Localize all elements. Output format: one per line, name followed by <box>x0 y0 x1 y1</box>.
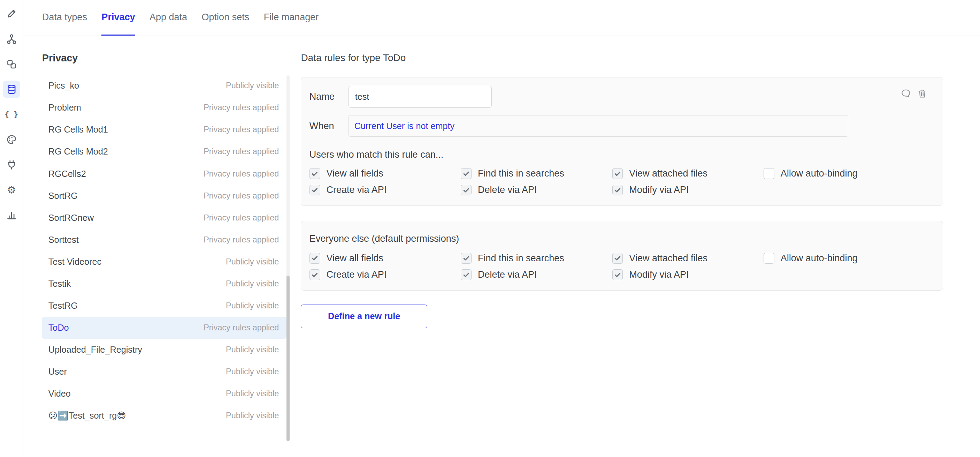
list-item-testrg[interactable]: TestRGPublicly visible <box>42 295 286 317</box>
permission-view-attached-files: View attached files <box>612 253 764 264</box>
checkbox-modify-via-api[interactable] <box>612 269 623 280</box>
list-item-video[interactable]: VideoPublicly visible <box>42 383 286 405</box>
checkbox-delete-via-api[interactable] <box>461 269 471 280</box>
type-name: SortRG <box>48 191 78 201</box>
rule-card: Name When Current User is not empty User… <box>301 77 943 206</box>
define-new-rule-button[interactable]: Define a new rule <box>301 305 427 329</box>
list-item-rg-cells-mod2[interactable]: RG Cells Mod2Privacy rules applied <box>42 141 286 163</box>
permission-find-this-in-searches: Find this in searches <box>461 253 612 264</box>
panel-title: Privacy <box>42 52 290 64</box>
default-permissions-title: Everyone else (default permissions) <box>309 233 934 244</box>
privacy-status: Privacy rules applied <box>204 235 279 244</box>
type-name: Sorttest <box>48 235 79 245</box>
permission-delete-via-api: Delete via API <box>461 269 612 280</box>
privacy-status: Privacy rules applied <box>204 323 279 332</box>
list-item-test-sort-rg[interactable]: 😕➡️Test_sort_rg😎Publicly visible <box>42 405 286 427</box>
components-icon[interactable] <box>3 56 20 73</box>
type-name: Uploaded_File_Registry <box>48 345 142 355</box>
permission-modify-via-api: Modify via API <box>612 269 764 280</box>
rule-permissions-grid: View all fieldsFind this in searchesView… <box>309 168 934 195</box>
privacy-status: Publicly visible <box>226 367 279 376</box>
list-item-rgcells2[interactable]: RGCells2Privacy rules applied <box>42 163 286 185</box>
permission-label: View attached files <box>629 168 708 179</box>
tab-option-sets[interactable]: Option sets <box>202 0 250 35</box>
panel-divider <box>42 72 289 72</box>
type-name: RG Cells Mod2 <box>48 147 108 157</box>
checkbox-delete-via-api[interactable] <box>461 185 471 196</box>
permission-label: Find this in searches <box>478 168 564 179</box>
permission-label: Delete via API <box>478 269 537 280</box>
privacy-status: Privacy rules applied <box>204 191 279 201</box>
tab-file-manager[interactable]: File manager <box>264 0 319 35</box>
type-name: ToDo <box>48 323 69 333</box>
checkbox-view-all-fields[interactable] <box>309 253 320 264</box>
permission-label: Delete via API <box>478 185 537 195</box>
list-item-problem[interactable]: ProblemPrivacy rules applied <box>42 97 286 118</box>
tab-privacy[interactable]: Privacy <box>102 0 135 35</box>
permission-label: Find this in searches <box>478 253 564 264</box>
checkbox-allow-auto-binding[interactable] <box>764 253 775 264</box>
checkbox-view-all-fields[interactable] <box>309 168 320 179</box>
list-item-uploaded-file-registry[interactable]: Uploaded_File_RegistryPublicly visible <box>42 339 286 361</box>
type-name: RGCells2 <box>48 169 86 179</box>
list-item-sortrg[interactable]: SortRGPrivacy rules applied <box>42 185 286 207</box>
permission-label: View all fields <box>326 253 383 264</box>
permission-label: Create via API <box>326 269 387 280</box>
chart-icon[interactable] <box>3 206 20 224</box>
type-list: Pics_koPublicly visibleProblemPrivacy ru… <box>42 75 286 427</box>
when-label: When <box>309 121 348 131</box>
checkbox-create-via-api[interactable] <box>309 185 320 196</box>
default-permissions-grid: View all fieldsFind this in searchesView… <box>309 253 934 280</box>
braces-icon[interactable]: { } <box>3 106 20 123</box>
permission-view-all-fields: View all fields <box>309 168 461 179</box>
checkbox-view-attached-files[interactable] <box>612 168 623 179</box>
trash-icon[interactable] <box>917 88 928 99</box>
permission-label: Allow auto-binding <box>781 253 858 264</box>
privacy-status: Privacy rules applied <box>204 125 279 134</box>
permission-label: Modify via API <box>629 269 689 280</box>
permission-label: View attached files <box>629 253 708 264</box>
rule-card-actions <box>900 88 928 99</box>
privacy-status: Publicly visible <box>226 257 279 267</box>
privacy-panel: Privacy Pics_koPublicly visibleProblemPr… <box>23 36 290 457</box>
plugin-icon[interactable] <box>3 156 20 173</box>
type-name: 😕➡️Test_sort_rg😎 <box>48 411 126 421</box>
privacy-status: Privacy rules applied <box>204 213 279 222</box>
permission-view-all-fields: View all fields <box>309 253 461 264</box>
checkbox-find-this-in-searches[interactable] <box>461 253 471 264</box>
pencil-icon[interactable] <box>3 5 20 22</box>
list-item-pics-ko[interactable]: Pics_koPublicly visible <box>42 75 286 97</box>
checkbox-create-via-api[interactable] <box>309 269 320 280</box>
permission-allow-auto-binding: Allow auto-binding <box>764 253 915 264</box>
comment-icon[interactable] <box>900 88 912 99</box>
checkbox-find-this-in-searches[interactable] <box>461 168 471 179</box>
workflow-icon[interactable] <box>3 30 20 48</box>
palette-icon[interactable] <box>3 131 20 148</box>
tab-app-data[interactable]: App data <box>150 0 187 35</box>
rule-name-input[interactable] <box>348 86 492 108</box>
permission-view-attached-files: View attached files <box>612 168 764 179</box>
scrollbar-thumb[interactable] <box>286 276 290 442</box>
tab-bar: Data typesPrivacyApp dataOption setsFile… <box>23 0 980 36</box>
list-item-test-videorec[interactable]: Test VideorecPublicly visible <box>42 251 286 273</box>
rule-permissions-caption: Users who match this rule can... <box>309 149 934 160</box>
tab-data-types[interactable]: Data types <box>42 0 87 35</box>
checkbox-view-attached-files[interactable] <box>612 253 623 264</box>
privacy-status: Publicly visible <box>226 279 279 289</box>
when-condition-box[interactable]: Current User is not empty <box>348 115 849 136</box>
permission-modify-via-api: Modify via API <box>612 185 764 195</box>
list-item-testik[interactable]: TestikPublicly visible <box>42 273 286 295</box>
list-item-todo[interactable]: ToDoPrivacy rules applied <box>42 317 286 339</box>
type-name: RG Cells Mod1 <box>48 125 108 135</box>
list-item-rg-cells-mod1[interactable]: RG Cells Mod1Privacy rules applied <box>42 118 286 141</box>
privacy-status: Privacy rules applied <box>204 169 279 179</box>
privacy-status: Publicly visible <box>226 345 279 355</box>
checkbox-allow-auto-binding[interactable] <box>764 168 775 179</box>
gear-icon[interactable]: ⚙ <box>3 181 20 198</box>
list-item-sortrgnew[interactable]: SortRGnewPrivacy rules applied <box>42 207 286 229</box>
list-item-user[interactable]: UserPublicly visible <box>42 361 286 383</box>
database-icon[interactable] <box>3 81 20 98</box>
type-name: Pics_ko <box>48 81 79 91</box>
list-item-sorttest[interactable]: SorttestPrivacy rules applied <box>42 229 286 251</box>
checkbox-modify-via-api[interactable] <box>612 185 623 196</box>
